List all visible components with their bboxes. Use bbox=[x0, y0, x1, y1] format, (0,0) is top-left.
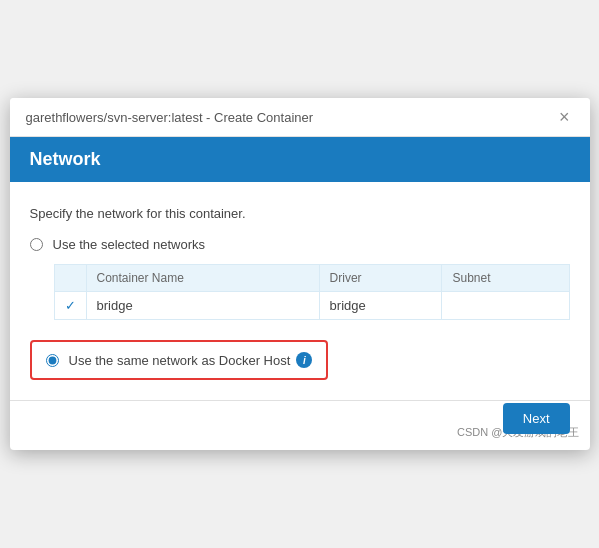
create-container-modal: garethflowers/svn-server:latest - Create… bbox=[10, 98, 590, 450]
option-selected-networks[interactable]: Use the selected networks bbox=[30, 237, 570, 252]
row-check-icon: ✓ bbox=[54, 292, 86, 320]
col-container-name: Container Name bbox=[86, 265, 319, 292]
table-row[interactable]: ✓ bridge bridge bbox=[54, 292, 569, 320]
table-header-row: Container Name Driver Subnet bbox=[54, 265, 569, 292]
title-bar: garethflowers/svn-server:latest - Create… bbox=[10, 98, 590, 137]
info-icon[interactable]: i bbox=[296, 352, 312, 368]
col-driver: Driver bbox=[319, 265, 442, 292]
modal-body: Specify the network for this container. … bbox=[10, 182, 590, 400]
col-subnet: Subnet bbox=[442, 265, 569, 292]
close-button[interactable]: × bbox=[555, 108, 574, 126]
section-header: Network bbox=[10, 137, 590, 182]
col-check bbox=[54, 265, 86, 292]
modal-footer: CSDN @天发游戏的老王 Next bbox=[10, 400, 590, 450]
network-table: Container Name Driver Subnet ✓ bridge br… bbox=[54, 264, 570, 320]
next-button[interactable]: Next bbox=[503, 403, 570, 434]
row-subnet bbox=[442, 292, 569, 320]
radio-selected-networks[interactable] bbox=[30, 238, 43, 251]
row-driver: bridge bbox=[319, 292, 442, 320]
description-text: Specify the network for this container. bbox=[30, 206, 570, 221]
docker-host-option-wrapper: Use the same network as Docker Host i bbox=[30, 340, 329, 380]
option-docker-host-label[interactable]: Use the same network as Docker Host bbox=[69, 353, 291, 368]
option-docker-host[interactable]: Use the same network as Docker Host i bbox=[46, 352, 313, 368]
radio-docker-host[interactable] bbox=[46, 354, 59, 367]
modal-title: garethflowers/svn-server:latest - Create… bbox=[26, 110, 314, 125]
section-title: Network bbox=[30, 149, 101, 169]
option-selected-networks-label[interactable]: Use the selected networks bbox=[53, 237, 205, 252]
row-container-name: bridge bbox=[86, 292, 319, 320]
